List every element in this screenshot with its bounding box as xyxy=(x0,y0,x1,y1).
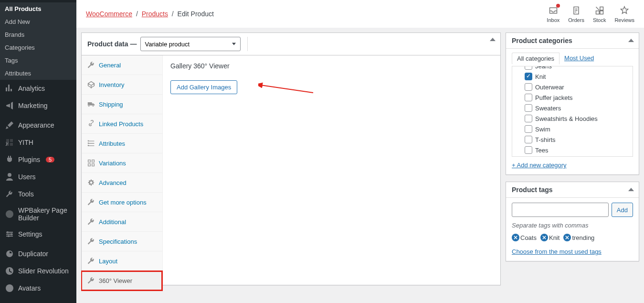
category-item[interactable]: Tees xyxy=(515,145,630,155)
orders-button[interactable]: Orders xyxy=(568,5,584,23)
category-checkbox[interactable] xyxy=(525,115,532,122)
category-item[interactable]: Swim xyxy=(515,124,630,134)
category-item[interactable]: T-shirts xyxy=(515,134,630,145)
svg-rect-7 xyxy=(88,142,89,143)
sidebar-subitem-tags[interactable]: Tags xyxy=(0,54,76,67)
remove-tag-icon[interactable] xyxy=(540,234,548,241)
sidebar-subitem-add-new[interactable]: Add New xyxy=(0,15,76,28)
reviews-button[interactable]: Reviews xyxy=(614,5,634,23)
sidebar-item-avatars[interactable]: Avatars xyxy=(0,280,76,297)
svg-line-13 xyxy=(261,85,313,93)
tab-advanced[interactable]: Advanced xyxy=(82,173,162,193)
category-checkbox[interactable] xyxy=(525,73,532,80)
sidebar-subitem-attributes[interactable]: Attributes xyxy=(0,67,76,80)
breadcrumb-products[interactable]: Products xyxy=(142,10,168,18)
category-checkbox[interactable] xyxy=(525,83,532,91)
tab-layout[interactable]: Layout xyxy=(82,251,162,271)
tab-360-viewer[interactable]: 360° Viewer xyxy=(81,271,162,291)
tab-all-categories[interactable]: All categories xyxy=(512,53,560,65)
slider-icon xyxy=(5,266,14,276)
category-item[interactable]: Sweatshirts & Hoodies xyxy=(515,113,630,124)
sidebar-item-appearance[interactable]: Appearance xyxy=(0,117,76,134)
category-checkbox[interactable] xyxy=(525,104,532,112)
tab-specifications[interactable]: Specifications xyxy=(82,232,162,251)
sidebar-item-settings[interactable]: Settings xyxy=(0,226,76,243)
tab-get-more-options[interactable]: Get more options xyxy=(82,193,162,212)
gallery-360-heading: Gallery 360° Viewer xyxy=(170,62,493,70)
sidebar-item-analytics[interactable]: Analytics xyxy=(0,80,76,97)
sidebar-item-marketing[interactable]: Marketing xyxy=(0,97,76,114)
svg-rect-9 xyxy=(88,160,91,162)
admin-sidebar: All ProductsAdd NewBrandsCategoriesTagsA… xyxy=(0,0,76,303)
sidebar-item-slider-revolution[interactable]: Slider Revolution xyxy=(0,262,76,280)
sidebar-subitem-brands[interactable]: Brands xyxy=(0,28,76,41)
sidebar-subitem-categories[interactable]: Categories xyxy=(0,41,76,54)
remove-tag-icon[interactable] xyxy=(563,234,571,241)
tab-most-used[interactable]: Most Used xyxy=(560,53,599,65)
choose-most-used-tags-link[interactable]: Choose from the most used tags xyxy=(512,248,602,255)
link-icon xyxy=(87,120,95,128)
arrow-annotation xyxy=(258,82,316,98)
svg-point-1 xyxy=(6,210,13,218)
add-gallery-images-button[interactable]: Add Gallery Images xyxy=(170,80,237,94)
inbox-button[interactable]: Inbox xyxy=(547,5,560,23)
sidebar-subitem-all-products[interactable]: All Products xyxy=(0,2,76,15)
attributes-icon xyxy=(87,140,95,147)
metabox-toggle-icon[interactable] xyxy=(628,188,634,191)
inbox-icon xyxy=(548,5,559,16)
duplicator-icon xyxy=(5,249,14,259)
yith-icon: y xyxy=(5,138,14,147)
category-item[interactable]: Jeans xyxy=(515,66,630,71)
breadcrumb-woocommerce[interactable]: WooCommerce xyxy=(86,10,132,18)
truck-icon xyxy=(87,100,95,108)
brush-icon xyxy=(5,120,14,130)
category-item[interactable]: Outerwear xyxy=(515,82,630,92)
category-item[interactable]: Knit xyxy=(515,71,630,82)
category-checkbox[interactable] xyxy=(525,136,532,143)
add-new-category-link[interactable]: + Add new category xyxy=(512,162,567,169)
metabox-title: Product categories xyxy=(512,37,572,44)
breadcrumb: WooCommerce / Products / Edit Product xyxy=(86,10,214,18)
tab-variations[interactable]: Variations xyxy=(82,153,162,173)
category-item[interactable]: Puffer jackets xyxy=(515,92,630,103)
category-checkbox[interactable] xyxy=(525,66,532,70)
stock-button[interactable]: Stock xyxy=(593,5,606,23)
product-categories-metabox: Product categories All categories Most U… xyxy=(506,32,639,175)
panel-toggle-icon[interactable] xyxy=(490,38,496,41)
tag-input[interactable] xyxy=(512,203,609,217)
tags-hint: Separate tags with commas xyxy=(512,222,633,229)
svg-rect-8 xyxy=(88,145,89,146)
svg-text:y: y xyxy=(5,141,9,146)
tab-additional[interactable]: Additional xyxy=(82,212,162,232)
tab-attributes[interactable]: Attributes xyxy=(82,134,162,153)
tab-shipping[interactable]: Shipping xyxy=(82,95,162,114)
metabox-title: Product tags xyxy=(512,186,553,194)
remove-tag-icon[interactable] xyxy=(512,234,519,241)
category-checkbox[interactable] xyxy=(525,94,532,101)
category-checkbox[interactable] xyxy=(525,146,532,154)
settings-icon xyxy=(5,229,14,239)
category-item[interactable]: Sweaters xyxy=(515,103,630,113)
gear-icon xyxy=(87,179,95,186)
svg-rect-12 xyxy=(92,164,95,166)
svg-point-4 xyxy=(8,235,10,237)
svg-rect-11 xyxy=(88,164,91,166)
sidebar-item-users[interactable]: Users xyxy=(0,168,76,185)
tab-general[interactable]: General xyxy=(82,55,162,75)
tab-inventory[interactable]: Inventory xyxy=(82,75,162,95)
user-icon xyxy=(5,172,14,182)
sidebar-item-tools[interactable]: Tools xyxy=(0,185,76,203)
sidebar-item-wpbakery-page-builder[interactable]: WPBakery Page Builder xyxy=(0,203,76,226)
product-type-select[interactable]: Variable product xyxy=(140,37,241,51)
wrench-icon xyxy=(87,257,95,265)
header-row: WooCommerce / Products / Edit Product In… xyxy=(76,0,644,28)
tab-linked-products[interactable]: Linked Products xyxy=(82,114,162,134)
sidebar-item-duplicator[interactable]: Duplicator xyxy=(0,245,76,262)
category-checkbox[interactable] xyxy=(525,125,532,133)
metabox-toggle-icon[interactable] xyxy=(628,39,634,42)
sidebar-item-yith[interactable]: yYITH xyxy=(0,134,76,151)
add-tag-button[interactable]: Add xyxy=(612,203,633,217)
sidebar-item-plugins[interactable]: Plugins5 xyxy=(0,151,76,168)
svg-point-2 xyxy=(7,231,9,233)
category-list[interactable]: JeansKnitOuterwearPuffer jacketsSweaters… xyxy=(512,66,633,157)
